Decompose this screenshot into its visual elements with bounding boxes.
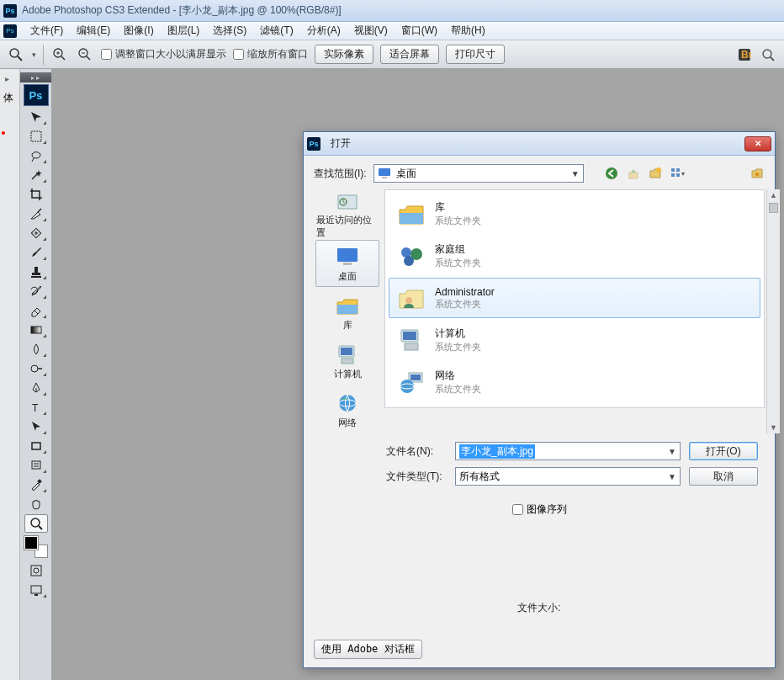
file-list[interactable]: 库系统文件夹 家庭组系统文件夹 Administrator系统文件夹 计算机系统… — [384, 189, 765, 408]
image-sequence-checkbox[interactable] — [512, 504, 523, 515]
svg-rect-44 — [676, 168, 680, 172]
lookin-combo[interactable]: 桌面 ▼ — [373, 164, 584, 183]
svg-line-15 — [38, 209, 41, 212]
bridge-icon[interactable]: Br — [735, 45, 754, 64]
zoom-out-icon[interactable] — [76, 45, 94, 64]
collapse-tri-icon[interactable]: ▸ — [5, 74, 9, 83]
svg-rect-38 — [34, 594, 38, 596]
dialog-titlebar[interactable]: Ps 打开 ✕ — [304, 132, 775, 156]
vertical-scrollbar[interactable]: ▲ ▼ — [766, 189, 780, 433]
options-bar: ▾ 调整窗口大小以满屏显示 缩放所有窗口 实际像素 适合屏幕 打印尺寸 Br — [0, 40, 784, 69]
shape-tool[interactable] — [24, 437, 48, 455]
list-item[interactable]: 家庭组系统文件夹 — [389, 236, 760, 276]
menu-file[interactable]: 文件(F) — [24, 22, 70, 40]
resize-to-fit-checkbox[interactable]: 调整窗口大小以满屏显示 — [101, 47, 226, 61]
zoom-tool-icon[interactable] — [7, 45, 25, 64]
svg-rect-49 — [337, 248, 358, 262]
foreground-color[interactable] — [24, 536, 38, 550]
menu-analysis[interactable]: 分析(A) — [300, 22, 347, 40]
menu-image[interactable]: 图像(I) — [117, 22, 160, 40]
brush-tool[interactable] — [24, 243, 48, 262]
actual-pixels-button[interactable]: 实际像素 — [315, 45, 373, 64]
screenmode-toggle[interactable] — [24, 581, 48, 599]
list-item[interactable]: 计算机系统文件夹 — [389, 320, 760, 360]
back-icon[interactable] — [604, 166, 619, 181]
use-adobe-dialog-button[interactable]: 使用 Adobe 对话框 — [314, 640, 422, 659]
gradient-tool[interactable] — [24, 321, 48, 339]
stamp-tool[interactable] — [24, 263, 48, 281]
up-icon[interactable] — [626, 166, 641, 181]
blur-tool[interactable] — [24, 340, 48, 359]
place-recent-label: 最近访问的位置 — [316, 214, 379, 239]
app-icon: Ps — [3, 4, 17, 18]
list-item[interactable]: 网络系统文件夹 — [389, 362, 760, 402]
workspace-icon[interactable] — [759, 45, 777, 64]
eraser-tool[interactable] — [24, 301, 48, 320]
menu-help[interactable]: 帮助(H) — [444, 22, 492, 40]
toolbox-ps-logo: Ps — [24, 84, 49, 106]
move-tool[interactable] — [24, 108, 48, 126]
history-brush-tool[interactable] — [24, 282, 48, 300]
dodge-tool[interactable] — [24, 359, 48, 378]
menu-layer[interactable]: 图层(L) — [161, 22, 207, 40]
menu-view[interactable]: 视图(V) — [347, 22, 395, 40]
open-button[interactable]: 打开(O) — [689, 442, 758, 460]
place-recent[interactable]: 最近访问的位置 — [315, 191, 379, 238]
crop-tool[interactable] — [24, 185, 48, 204]
fit-screen-button[interactable]: 适合屏幕 — [380, 45, 439, 64]
hand-tool[interactable] — [24, 495, 48, 513]
zoom-in-icon[interactable] — [50, 45, 69, 64]
color-swatches[interactable] — [24, 536, 48, 558]
svg-text:Br: Br — [741, 49, 751, 61]
network-item-icon — [396, 368, 426, 396]
healing-tool[interactable] — [24, 224, 48, 242]
place-desktop[interactable]: 桌面 — [315, 240, 379, 287]
place-library[interactable]: 库 — [315, 289, 379, 336]
place-network[interactable]: 网络 — [315, 386, 379, 433]
svg-rect-29 — [32, 461, 40, 469]
list-item[interactable]: 库系统文件夹 — [389, 194, 760, 234]
print-size-button[interactable]: 打印尺寸 — [446, 45, 505, 64]
pen-tool[interactable] — [24, 379, 48, 397]
menu-edit[interactable]: 编辑(E) — [70, 22, 117, 40]
quickmask-toggle[interactable] — [24, 561, 48, 580]
menu-filter[interactable]: 滤镜(T) — [253, 22, 299, 40]
toolbox-handle[interactable]: ▸▸ — [20, 72, 51, 82]
marquee-tool[interactable] — [24, 127, 48, 146]
eyedropper-tool[interactable] — [24, 475, 48, 494]
computer-icon — [334, 343, 361, 366]
notes-tool[interactable] — [24, 456, 48, 475]
scroll-thumb[interactable] — [769, 203, 778, 213]
slice-tool[interactable] — [24, 205, 48, 223]
svg-rect-54 — [342, 359, 353, 364]
list-item[interactable]: Administrator系统文件夹 — [389, 278, 760, 318]
menu-select[interactable]: 选择(S) — [206, 22, 253, 40]
scroll-down-icon[interactable]: ▼ — [767, 422, 780, 433]
dropdown-arrow-icon[interactable]: ▾ — [32, 50, 36, 59]
newfolder-icon[interactable] — [648, 166, 663, 181]
favorite-icon[interactable] — [750, 166, 765, 181]
filename-combo[interactable]: 李小龙_副本.jpg ▼ — [455, 442, 681, 460]
zoom-all-checkbox[interactable]: 缩放所有窗口 — [233, 47, 308, 61]
svg-rect-43 — [671, 168, 675, 172]
scroll-up-icon[interactable]: ▲ — [767, 189, 780, 201]
cancel-button[interactable]: 取消 — [689, 467, 758, 486]
lasso-tool[interactable] — [24, 146, 48, 165]
recent-icon — [334, 190, 361, 212]
place-computer[interactable]: 计算机 — [315, 337, 379, 385]
svg-point-61 — [405, 297, 412, 304]
wand-tool[interactable] — [24, 166, 48, 184]
close-button[interactable]: ✕ — [744, 136, 771, 151]
item-name: 家庭组 — [435, 242, 481, 257]
path-select-tool[interactable] — [24, 417, 48, 436]
filetype-combo[interactable]: 所有格式 ▼ — [455, 467, 681, 486]
menu-window[interactable]: 窗口(W) — [395, 22, 444, 40]
type-tool[interactable]: T — [24, 398, 48, 417]
svg-line-22 — [34, 311, 38, 314]
filetype-value: 所有格式 — [459, 470, 500, 484]
filename-label: 文件名(N): — [386, 444, 447, 459]
svg-rect-19 — [34, 267, 38, 273]
zoom-tool[interactable] — [24, 514, 48, 533]
svg-rect-23 — [31, 327, 41, 333]
viewmenu-icon[interactable]: ▾ — [670, 166, 685, 181]
